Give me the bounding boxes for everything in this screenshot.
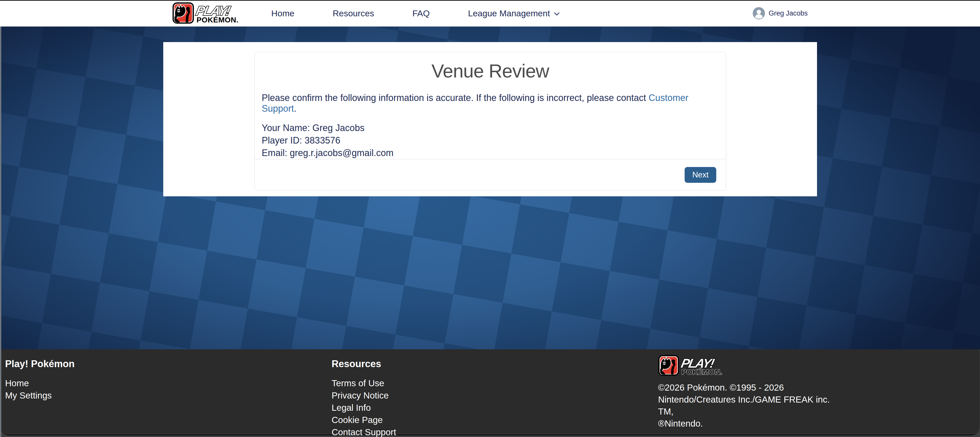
user-menu[interactable]: Greg Jacobs (753, 7, 808, 19)
instructions-text: Please confirm the following information… (262, 92, 649, 103)
copyright-notice: ©2026 Pokémon. ©1995 - 2026 Nintendo/Cre… (658, 381, 842, 429)
copyright-line: ®Nintendo. (658, 417, 842, 429)
next-button[interactable]: Next (685, 167, 716, 183)
copyright-line: ©2026 Pokémon. ©1995 - 2026 (658, 381, 842, 393)
player-id-label: Player ID: (262, 135, 302, 146)
confirmation-instructions: Please confirm the following information… (262, 92, 719, 114)
player-email-label: Email: (262, 148, 287, 158)
window-top-edge (0, 0, 980, 1)
nav-label: League Management (468, 8, 550, 18)
nav-item-home[interactable]: Home (271, 8, 294, 18)
play-pokemon-logo[interactable] (172, 2, 249, 24)
footer-column-resources: Resources Terms of Use Privacy Notice Le… (332, 359, 396, 437)
instructions-text-end: . (294, 103, 296, 114)
page-background: Venue Review Please confirm the followin… (0, 27, 980, 349)
nav-item-resources[interactable]: Resources (332, 8, 374, 18)
page-title: Venue Review (262, 60, 719, 82)
content-sheet: Venue Review Please confirm the followin… (163, 42, 817, 196)
venue-review-card-body: Venue Review Please confirm the followin… (255, 52, 726, 159)
footer-column-brand: ©2026 Pokémon. ©1995 - 2026 Nintendo/Cre… (658, 355, 842, 429)
top-navbar: Home Resources FAQ League Management (0, 0, 980, 27)
footer-link-cookie-page[interactable]: Cookie Page (332, 414, 396, 426)
copyright-line: Nintendo/Creatures Inc./GAME FREAK inc. … (658, 393, 842, 417)
footer-column-play-pokemon: Play! Pokémon Home My Settings (5, 359, 75, 402)
player-name-value: Greg Jacobs (312, 122, 364, 133)
footer-panel: Play! Pokémon Home My Settings Resources… (0, 349, 980, 434)
user-avatar-icon (753, 7, 765, 19)
user-name: Greg Jacobs (768, 10, 808, 17)
nav-label: Resources (332, 8, 374, 18)
page-footer: Play! Pokémon Home My Settings Resources… (0, 349, 980, 437)
footer-link-legal-info[interactable]: Legal Info (332, 402, 396, 414)
player-name-row: Your Name: Greg Jacobs (262, 122, 719, 134)
footer-play-pokemon-logo (658, 355, 733, 376)
nav-label: FAQ (412, 8, 430, 18)
nav-label: Home (271, 8, 294, 18)
footer-heading-play-pokemon: Play! Pokémon (5, 359, 75, 369)
player-email-value: greg.r.jacobs@gmail.com (290, 148, 394, 158)
player-name-label: Your Name: (262, 122, 310, 133)
window-left-edge (0, 27, 1, 437)
venue-review-card: Venue Review Please confirm the followin… (254, 52, 726, 191)
footer-link-privacy-notice[interactable]: Privacy Notice (332, 389, 396, 402)
footer-link-home[interactable]: Home (5, 377, 75, 389)
footer-link-contact-support[interactable]: Contact Support (332, 426, 396, 437)
nav-item-league-management[interactable]: League Management (468, 8, 561, 18)
footer-heading-resources: Resources (332, 359, 396, 369)
card-footer: Next (255, 159, 726, 190)
chevron-down-icon (553, 10, 561, 17)
player-id-value: 3833576 (305, 135, 340, 146)
footer-link-my-settings[interactable]: My Settings (5, 389, 75, 402)
player-info-block: Your Name: Greg Jacobs Player ID: 383357… (262, 122, 719, 159)
main-nav: Home Resources FAQ League Management (249, 8, 561, 18)
player-email-row: Email: greg.r.jacobs@gmail.com (262, 146, 719, 159)
footer-link-terms-of-use[interactable]: Terms of Use (332, 377, 396, 389)
nav-item-faq[interactable]: FAQ (412, 8, 430, 18)
player-id-row: Player ID: 3833576 (262, 134, 719, 146)
